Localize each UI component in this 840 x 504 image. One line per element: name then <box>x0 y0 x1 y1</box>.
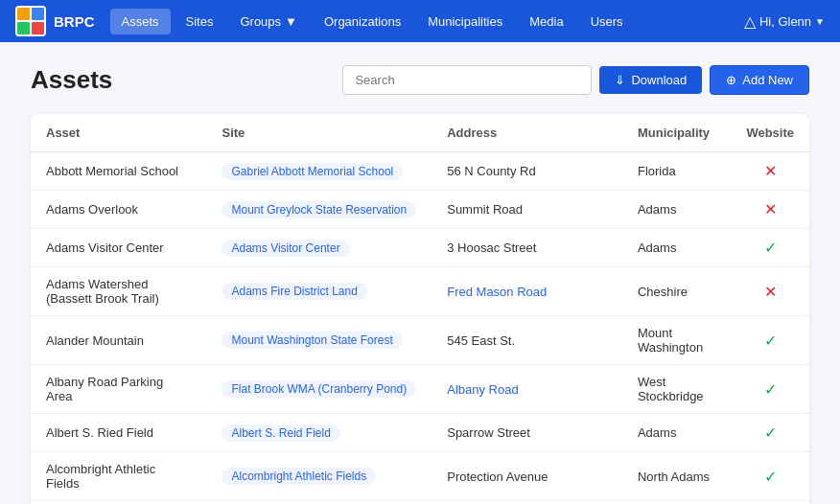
cell-address: Albany Road <box>432 365 622 414</box>
cell-address: Summit Road <box>432 191 622 229</box>
cross-icon: ✕ <box>764 201 777 218</box>
cell-municipality: North Adams <box>622 452 731 501</box>
cell-website: ✓ <box>731 229 809 267</box>
svg-rect-3 <box>17 22 30 34</box>
brand: BRPC <box>15 6 95 36</box>
cross-icon: ✕ <box>764 163 777 179</box>
address-value: 3 Hoosac Street <box>447 241 536 255</box>
user-icon: △ <box>744 12 756 31</box>
cell-municipality: Mount Washington <box>622 316 731 365</box>
cell-site: Gabriel Abbott Memorial School <box>206 152 432 191</box>
cell-site: Alford Town Park <box>206 501 432 505</box>
cell-asset: Adams Visitor Center <box>31 229 206 267</box>
check-icon: ✓ <box>764 424 777 441</box>
site-badge[interactable]: Flat Brook WMA (Cranberry Pond) <box>222 380 416 398</box>
nav-media[interactable]: Media <box>518 9 574 34</box>
cell-website: ✓ <box>731 365 809 414</box>
table-row: Alander MountainMount Washington State F… <box>31 316 809 365</box>
cell-address: Sparrow Street <box>432 414 622 452</box>
cell-municipality: Adams <box>622 229 731 267</box>
table-row: Albany Road Parking AreaFlat Brook WMA (… <box>31 365 809 414</box>
cell-site: Flat Brook WMA (Cranberry Pond) <box>206 365 432 414</box>
chevron-down-icon: ▼ <box>285 14 297 29</box>
address-value: Albany Road <box>447 382 518 397</box>
col-header-asset: Asset <box>31 114 206 152</box>
site-badge[interactable]: Alcombright Athletic Fields <box>222 468 376 485</box>
download-icon: ⇓ <box>615 73 625 87</box>
site-badge[interactable]: Mount Washington State Forest <box>222 332 402 349</box>
cell-asset: Albert S. Ried Field <box>31 414 206 452</box>
cell-asset: Alford Town Park <box>31 501 206 505</box>
header-actions: ⇓ Download ⊕ Add New <box>342 65 809 95</box>
cell-address: 56 N County Rd <box>432 152 622 191</box>
table-row: Albert S. Ried FieldAlbert S. Reid Field… <box>31 414 809 452</box>
nav-municipalities[interactable]: Municipalities <box>416 9 514 34</box>
nav-organizations[interactable]: Organizations <box>313 9 412 34</box>
table-row: Alford Town ParkAlford Town Park4 Alford… <box>31 501 809 505</box>
site-badge[interactable]: Albert S. Reid Field <box>222 424 339 442</box>
col-header-municipality: Municipality <box>622 114 731 152</box>
cell-asset: Adams Watershed (Bassett Brook Trail) <box>31 267 206 316</box>
cell-municipality: Alford <box>622 501 731 505</box>
svg-rect-2 <box>32 8 44 20</box>
address-value: 545 East St. <box>447 333 515 348</box>
cell-municipality: West Stockbridge <box>622 365 731 414</box>
chevron-down-icon: ▼ <box>815 16 825 27</box>
cell-website: ✕ <box>731 267 809 316</box>
cell-address: Fred Mason Road <box>432 267 622 316</box>
cell-website: ✓ <box>731 414 809 452</box>
logo-icon <box>15 6 46 36</box>
check-icon: ✓ <box>764 469 777 485</box>
cell-municipality: Adams <box>622 191 731 229</box>
address-value: Sparrow Street <box>447 425 530 440</box>
site-badge[interactable]: Mount Greylock State Reservation <box>222 201 416 218</box>
brand-name: BRPC <box>54 13 95 30</box>
svg-rect-4 <box>32 22 44 34</box>
col-header-address: Address <box>432 114 622 152</box>
cell-address: 4 Alford Center Road <box>432 501 622 505</box>
check-icon: ✓ <box>764 332 777 349</box>
svg-rect-1 <box>17 8 30 20</box>
site-badge[interactable]: Adams Fire District Land <box>222 283 366 300</box>
user-menu[interactable]: △ Hi, Glenn ▼ <box>744 12 825 31</box>
cell-asset: Albany Road Parking Area <box>31 365 206 414</box>
address-value: Summit Road <box>447 202 523 217</box>
cell-website: ✕ <box>731 191 809 229</box>
nav-sites[interactable]: Sites <box>175 9 225 34</box>
nav-users[interactable]: Users <box>579 9 635 34</box>
cell-asset: Alcombright Athletic Fields <box>31 452 206 501</box>
check-icon: ✓ <box>764 381 777 398</box>
table-row: Adams Watershed (Bassett Brook Trail)Ada… <box>31 267 809 316</box>
cell-asset: Alander Mountain <box>31 316 206 365</box>
download-button[interactable]: ⇓ Download <box>599 66 702 94</box>
site-badge[interactable]: Adams Visitor Center <box>222 240 349 257</box>
navbar: BRPC Assets Sites Groups ▼ Organizations… <box>0 0 840 42</box>
check-icon: ✓ <box>764 240 777 256</box>
cell-website: ✓ <box>731 452 809 501</box>
add-new-button[interactable]: ⊕ Add New <box>710 65 809 95</box>
address-value: 56 N County Rd <box>447 164 536 178</box>
table-row: Adams OverlookMount Greylock State Reser… <box>31 191 809 229</box>
cell-site: Adams Fire District Land <box>206 267 432 316</box>
cell-asset: Adams Overlook <box>31 191 206 229</box>
cell-address: 3 Hoosac Street <box>432 229 622 267</box>
page-content: Assets ⇓ Download ⊕ Add New Asset Site A… <box>0 42 840 504</box>
page-header: Assets ⇓ Download ⊕ Add New <box>31 65 809 95</box>
nav-groups[interactable]: Groups ▼ <box>228 9 309 34</box>
cell-website: ✕ <box>731 152 809 191</box>
site-badge[interactable]: Gabriel Abbott Memorial School <box>222 163 403 180</box>
cell-site: Albert S. Reid Field <box>206 414 432 452</box>
assets-table-card: Asset Site Address Municipality Website … <box>31 114 809 504</box>
cross-icon: ✕ <box>764 284 777 300</box>
cell-municipality: Adams <box>622 414 731 452</box>
col-header-website: Website <box>731 114 809 152</box>
cell-asset: Abbott Memorial School <box>31 152 206 191</box>
search-input[interactable] <box>342 65 592 95</box>
user-name: Hi, Glenn <box>759 14 811 29</box>
table-row: Abbott Memorial SchoolGabriel Abbott Mem… <box>31 152 809 191</box>
nav-assets[interactable]: Assets <box>110 9 171 34</box>
plus-icon: ⊕ <box>726 73 736 87</box>
cell-site: Alcombright Athletic Fields <box>206 452 432 501</box>
cell-municipality: Cheshire <box>622 267 731 316</box>
page-title: Assets <box>31 65 112 95</box>
